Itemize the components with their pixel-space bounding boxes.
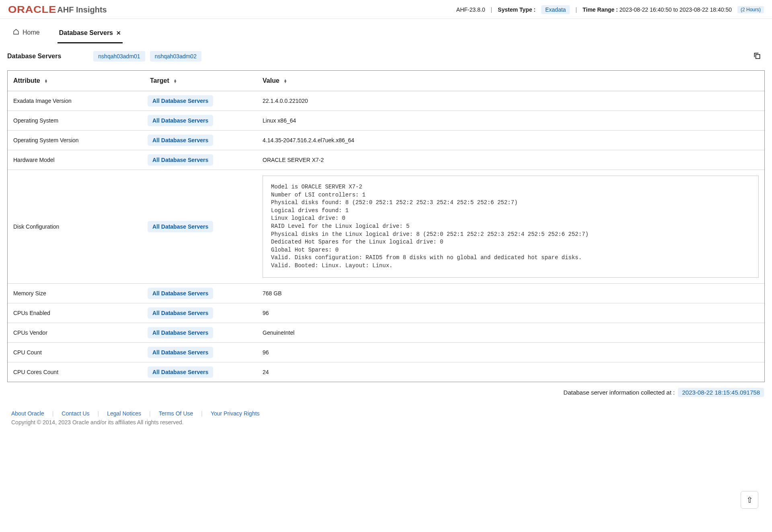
attribute-cell: Disk Configuration [8, 218, 144, 235]
time-range-value: 2023-08-22 16:40:50 to 2023-08-22 18:40:… [620, 6, 732, 13]
section-head: Database Servers nshqah03adm01 nshqah03a… [0, 44, 772, 65]
table-row: CPUs EnabledAll Database Servers96 [8, 303, 764, 323]
collected-at-label: Database server information collected at… [563, 389, 675, 396]
system-type-label: System Type : [498, 6, 536, 13]
table-row: CPUs VendorAll Database ServersGenuineIn… [8, 323, 764, 343]
divider: | [491, 6, 492, 13]
sort-icon: ▲▼ [44, 79, 48, 83]
tab-home[interactable]: Home [11, 23, 41, 43]
server-chips: nshqah03adm01 nshqah03adm02 [93, 51, 201, 61]
col-attribute-label: Attribute [13, 77, 40, 84]
col-value[interactable]: Value ▲▼ [257, 71, 764, 91]
col-attribute[interactable]: Attribute ▲▼ [8, 71, 144, 91]
footer: About Oracle| Contact Us| Legal Notices|… [0, 403, 772, 435]
copy-icon [753, 52, 761, 61]
table-row: Disk ConfigurationAll Database ServersMo… [8, 170, 764, 284]
table-row: Exadata Image VersionAll Database Server… [8, 91, 764, 111]
collected-at: Database server information collected at… [0, 385, 772, 403]
server-chip[interactable]: nshqah03adm01 [93, 51, 145, 61]
target-pill[interactable]: All Database Servers [148, 307, 213, 319]
table-row: Memory SizeAll Database Servers768 GB [8, 284, 764, 303]
target-cell: All Database Servers [144, 362, 257, 382]
target-cell: All Database Servers [144, 111, 257, 130]
value-preformatted: Model is ORACLE SERVER X7-2 Number of LS… [263, 176, 759, 278]
attribute-cell: CPUs Enabled [8, 304, 144, 322]
attribute-cell: Operating System Version [8, 131, 144, 149]
table-row: Operating SystemAll Database ServersLinu… [8, 111, 764, 131]
topbar: ORACLE AHF Insights AHF-23.8.0 | System … [0, 0, 772, 19]
close-icon[interactable]: ✕ [116, 30, 121, 36]
footer-links: About Oracle| Contact Us| Legal Notices|… [11, 410, 762, 417]
collected-at-value: 2023-08-22 18:15:45.091758 [678, 388, 764, 397]
value-cell: 22.1.4.0.0.221020 [257, 92, 764, 110]
attribute-cell: Operating System [8, 112, 144, 129]
target-cell: All Database Servers [144, 323, 257, 342]
time-range-label: Time Range : [583, 6, 618, 13]
target-pill[interactable]: All Database Servers [148, 366, 213, 378]
sort-icon: ▲▼ [173, 79, 177, 83]
footer-link-privacy[interactable]: Your Privacy Rights [211, 410, 260, 417]
tab-database-servers-label: Database Servers [59, 29, 113, 37]
target-pill[interactable]: All Database Servers [148, 135, 213, 146]
brand-logo: ORACLE [8, 4, 56, 15]
table-row: Operating System VersionAll Database Ser… [8, 131, 764, 150]
value-cell: 24 [257, 363, 764, 381]
attributes-table: Attribute ▲▼ Target ▲▼ Value ▲▼ Exadata … [7, 70, 765, 382]
value-cell: 96 [257, 344, 764, 361]
target-pill[interactable]: All Database Servers [148, 95, 213, 106]
tab-home-label: Home [23, 29, 40, 36]
value-cell: Linux x86_64 [257, 112, 764, 129]
col-value-label: Value [263, 77, 279, 84]
footer-link-contact[interactable]: Contact Us [62, 410, 89, 417]
footer-link-terms[interactable]: Terms Of Use [159, 410, 193, 417]
page-title: Database Servers [7, 53, 61, 60]
target-cell: All Database Servers [144, 131, 257, 150]
tab-database-servers[interactable]: Database Servers ✕ [57, 24, 123, 43]
attribute-cell: Exadata Image Version [8, 92, 144, 110]
product-name: AHF Insights [57, 5, 107, 14]
col-target[interactable]: Target ▲▼ [144, 71, 257, 91]
value-cell: 4.14.35-2047.516.2.4.el7uek.x86_64 [257, 131, 764, 149]
divider: | [575, 6, 577, 13]
table-row: CPU Cores CountAll Database Servers24 [8, 362, 764, 382]
copy-button[interactable] [753, 52, 762, 61]
attribute-cell: Hardware Model [8, 151, 144, 169]
attribute-cell: CPUs Vendor [8, 324, 144, 342]
system-type-value[interactable]: Exadata [541, 5, 570, 14]
value-cell: 96 [257, 304, 764, 322]
col-target-label: Target [150, 77, 169, 84]
server-chip[interactable]: nshqah03adm02 [150, 51, 201, 61]
target-pill[interactable]: All Database Servers [148, 154, 213, 166]
target-pill[interactable]: All Database Servers [148, 327, 213, 338]
attribute-cell: CPU Cores Count [8, 363, 144, 381]
attribute-cell: Memory Size [8, 284, 144, 302]
target-cell: All Database Servers [144, 217, 257, 236]
value-cell: ORACLE SERVER X7-2 [257, 151, 764, 169]
target-pill[interactable]: All Database Servers [148, 288, 213, 299]
target-cell: All Database Servers [144, 150, 257, 170]
footer-link-about[interactable]: About Oracle [11, 410, 44, 417]
tabs: Home Database Servers ✕ [0, 19, 772, 44]
home-icon [13, 29, 19, 37]
target-cell: All Database Servers [144, 303, 257, 323]
target-cell: All Database Servers [144, 91, 257, 110]
footer-link-legal[interactable]: Legal Notices [107, 410, 141, 417]
table-header-row: Attribute ▲▼ Target ▲▼ Value ▲▼ [8, 71, 764, 91]
sort-icon: ▲▼ [283, 79, 287, 83]
value-cell: 768 GB [257, 284, 764, 302]
target-pill[interactable]: All Database Servers [148, 347, 213, 358]
copyright: Copyright © 2014, 2023 Oracle and/or its… [11, 419, 762, 426]
target-pill[interactable]: All Database Servers [148, 115, 213, 126]
attribute-cell: CPU Count [8, 344, 144, 361]
target-pill[interactable]: All Database Servers [148, 221, 213, 232]
value-cell: Model is ORACLE SERVER X7-2 Number of LS… [257, 170, 764, 283]
table-row: CPU CountAll Database Servers96 [8, 343, 764, 362]
value-cell: GenuineIntel [257, 324, 764, 342]
table-row: Hardware ModelAll Database ServersORACLE… [8, 150, 764, 170]
time-range-duration[interactable]: (2 Hours) [737, 6, 764, 13]
target-cell: All Database Servers [144, 343, 257, 362]
target-cell: All Database Servers [144, 284, 257, 303]
ahf-version: AHF-23.8.0 [456, 6, 485, 13]
topbar-right: AHF-23.8.0 | System Type : Exadata | Tim… [456, 5, 764, 14]
svg-rect-0 [756, 54, 760, 58]
